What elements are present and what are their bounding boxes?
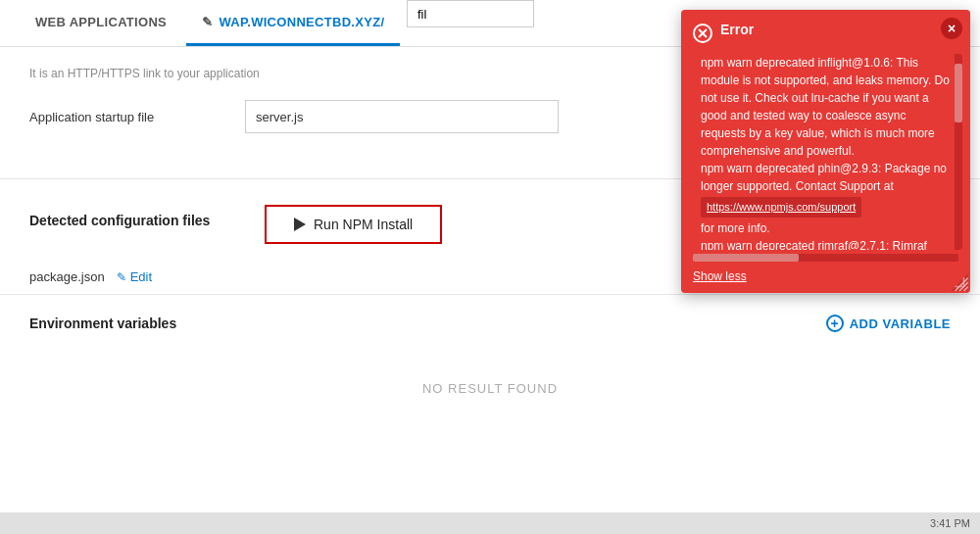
add-variable-label: ADD VARIABLE — [850, 316, 951, 331]
add-variable-button[interactable]: + ADD VARIABLE — [826, 315, 951, 332]
edit-link[interactable]: ✎ Edit — [117, 269, 152, 284]
edit-pencil-icon: ✎ — [117, 270, 126, 284]
error-close-button[interactable]: × — [941, 18, 962, 39]
error-popup: × Error npm warn deprecated inflight@1.0… — [681, 10, 970, 293]
error-header-content: Error — [720, 22, 958, 41]
error-support-link[interactable]: https://www.npmjs.com/support — [701, 197, 861, 218]
error-hscrollbar[interactable] — [693, 254, 958, 262]
error-body-text-3: for more info. — [701, 221, 770, 235]
run-npm-install-label: Run NPM Install — [314, 217, 413, 232]
error-body-text-2: npm warn deprecated phin@2.9.3: Package … — [701, 162, 947, 193]
no-result-text: NO RESULT FOUND — [29, 332, 951, 445]
env-title: Environment variables — [29, 316, 176, 331]
run-npm-install-button[interactable]: Run NPM Install — [265, 205, 442, 244]
status-time: 3:41 PM — [930, 517, 970, 529]
package-name: package.json — [29, 269, 105, 284]
error-x-icon — [693, 24, 712, 46]
error-vscrollbar-thumb — [955, 64, 962, 122]
show-less-link[interactable]: Show less — [681, 266, 970, 293]
error-popup-header: Error — [681, 10, 970, 54]
error-scroll-area[interactable]: npm warn deprecated inflight@1.0.6: This… — [689, 54, 962, 250]
tab-wap-label: WAP.WICONNECTBD.XYZ/ — [219, 15, 384, 29]
tab-wap[interactable]: ✎ WAP.WICONNECTBD.XYZ/ — [186, 0, 400, 46]
search-container — [407, 0, 534, 27]
error-scroll-container: npm warn deprecated inflight@1.0.6: This… — [689, 54, 962, 250]
error-body-text-4: npm warn deprecated rimraf@2.7.1: Rimraf… — [701, 239, 927, 251]
env-header: Environment variables + ADD VARIABLE — [29, 315, 951, 332]
error-body-text: npm warn deprecated inflight@1.0.6: This… — [701, 56, 950, 158]
add-circle-icon: + — [826, 315, 844, 332]
tab-web-applications[interactable]: WEB APPLICATIONS — [20, 0, 182, 46]
detected-config-label: Detected configuration files — [29, 205, 225, 228]
main-content: WEB APPLICATIONS ✎ WAP.WICONNECTBD.XYZ/ … — [0, 0, 980, 534]
edit-label: Edit — [130, 269, 152, 284]
status-bar: 3:41 PM — [0, 512, 980, 534]
startup-file-label: Application startup file — [29, 110, 245, 124]
edit-tab-icon: ✎ — [202, 15, 213, 29]
search-input[interactable] — [407, 0, 534, 27]
tab-web-applications-label: WEB APPLICATIONS — [35, 15, 167, 29]
play-icon — [294, 218, 306, 231]
error-hscrollbar-row — [681, 250, 970, 266]
error-vscrollbar[interactable] — [955, 54, 962, 250]
resize-handle[interactable] — [951, 273, 968, 291]
startup-file-input[interactable] — [245, 100, 559, 133]
error-title: Error — [720, 22, 935, 37]
env-section: Environment variables + ADD VARIABLE NO … — [0, 294, 980, 464]
error-hscrollbar-thumb — [693, 254, 799, 262]
